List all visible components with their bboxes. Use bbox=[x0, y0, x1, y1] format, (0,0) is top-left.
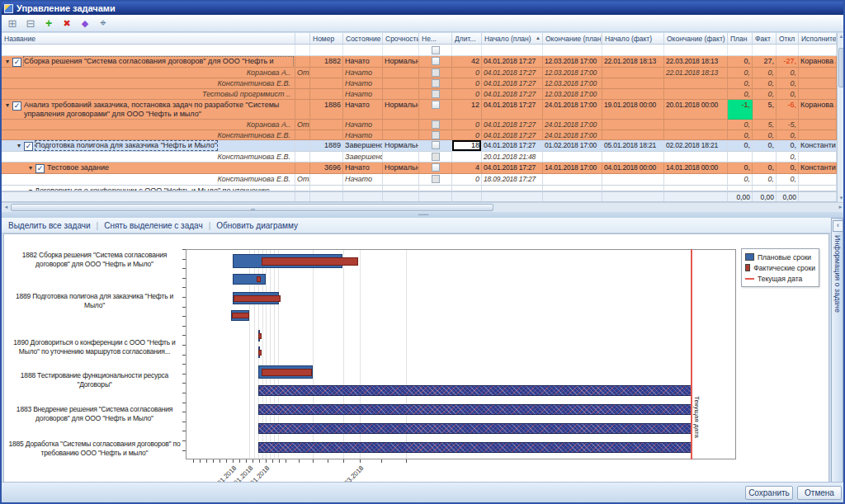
filter-cell-exec[interactable] bbox=[799, 45, 837, 55]
table-row[interactable]: ▾Договориться о конференции с ООО "Нефть… bbox=[2, 186, 837, 191]
column-header-urg[interactable]: Срочность bbox=[383, 33, 419, 44]
column-header-ne[interactable]: Не... bbox=[419, 33, 452, 44]
cell-otkl: 0, bbox=[777, 130, 799, 140]
not-done-checkbox[interactable] bbox=[432, 141, 440, 149]
not-done-checkbox[interactable] bbox=[432, 101, 440, 109]
delete-task-icon[interactable]: ✖ bbox=[59, 16, 75, 31]
not-done-checkbox[interactable] bbox=[432, 163, 440, 172]
filter-cell-sp[interactable] bbox=[482, 45, 543, 55]
task-info-collapsed-panel[interactable]: ‹ Информация о задаче bbox=[831, 218, 843, 483]
highlight-tasks-icon[interactable]: ◆ bbox=[77, 16, 93, 31]
cell-role bbox=[295, 130, 310, 140]
filter-checkbox[interactable] bbox=[432, 46, 440, 54]
column-header-sp[interactable]: Начало (план)▲ bbox=[482, 33, 543, 44]
filter-cell-state[interactable] bbox=[343, 45, 383, 55]
cell-name: ▾✓Сборка решения "Система согласования д… bbox=[2, 56, 295, 68]
task-checkbox[interactable]: ✓ bbox=[24, 142, 33, 151]
table-row[interactable]: Коранова А..ОтвНачато004.01.2018 17:2712… bbox=[2, 68, 837, 78]
collapse-all-icon[interactable]: ⊟ bbox=[22, 16, 39, 31]
column-header-exec[interactable]: Исполнители bbox=[799, 33, 837, 44]
cell-exec bbox=[799, 186, 837, 191]
column-header-dur[interactable]: Длит... bbox=[452, 33, 482, 44]
not-done-checkbox[interactable] bbox=[432, 175, 440, 183]
column-header-label: Факт bbox=[755, 35, 771, 43]
table-row[interactable]: ▾✓Подготовка полигона для заказчика "Неф… bbox=[2, 140, 837, 152]
not-done-checkbox[interactable] bbox=[432, 153, 440, 161]
column-header-otkl[interactable]: Откл bbox=[777, 33, 799, 44]
expand-arrow-icon[interactable]: ▾ bbox=[15, 141, 23, 151]
column-header-ep[interactable]: Окончание (план) bbox=[543, 33, 602, 44]
clear-selection-button[interactable]: Снять выделение с задач bbox=[104, 221, 202, 230]
not-done-checkbox[interactable] bbox=[432, 68, 440, 77]
table-row[interactable]: Константинова Е.В.Начато004.01.2018 17:2… bbox=[2, 78, 837, 89]
filter-cell-ne[interactable] bbox=[419, 45, 452, 55]
column-header-plan[interactable]: План bbox=[728, 33, 753, 44]
task-checkbox[interactable]: ✓ bbox=[12, 101, 21, 111]
table-row[interactable]: ▾✓Тестовое задание3696НачатоНормальная40… bbox=[2, 163, 837, 174]
collapse-chevron-icon[interactable]: ‹ bbox=[833, 220, 843, 232]
refresh-chart-button[interactable]: Обновить диаграмму bbox=[216, 221, 298, 230]
table-row[interactable]: Коранова А..ОтвНачато004.01.2018 17:2724… bbox=[2, 120, 837, 130]
table-row[interactable]: Константинова Е.В.Завершено20.01.2018 21… bbox=[2, 152, 837, 163]
table-row[interactable]: ▾✓Сборка решения "Система согласования д… bbox=[2, 56, 837, 68]
vertical-scrollbar-thumb[interactable] bbox=[838, 48, 844, 87]
not-done-checkbox[interactable] bbox=[432, 79, 440, 87]
panel-splitter[interactable]: •••••• bbox=[2, 212, 845, 218]
filter-cell-ef[interactable] bbox=[664, 45, 728, 55]
table-row[interactable]: Константинова Е.В.ОтвНачато018.09.2018 1… bbox=[2, 174, 837, 186]
column-header-ef[interactable]: Окончание (факт) bbox=[664, 33, 728, 44]
cell-sf: 05.01.2018 18:21 bbox=[602, 140, 664, 152]
select-all-tasks-button[interactable]: Выделить все задачи bbox=[8, 221, 91, 230]
filter-cell-sf[interactable] bbox=[602, 45, 664, 55]
not-done-checkbox[interactable] bbox=[432, 57, 440, 65]
cell-dur: 18 bbox=[452, 140, 482, 152]
vertical-scrollbar[interactable]: ▲ ▼ bbox=[837, 33, 845, 202]
scroll-up-icon[interactable]: ▲ bbox=[838, 33, 845, 40]
focus-task-icon[interactable]: ⌖ bbox=[95, 16, 111, 31]
filter-cell-otkl[interactable] bbox=[777, 45, 799, 55]
filter-cell-urg[interactable] bbox=[383, 45, 419, 55]
expand-arrow-icon[interactable]: ▾ bbox=[3, 101, 12, 111]
filter-cell-name[interactable] bbox=[2, 45, 295, 55]
cell-ep bbox=[543, 152, 602, 163]
not-done-checkbox[interactable] bbox=[432, 90, 440, 98]
filter-cell-fact[interactable] bbox=[753, 45, 777, 55]
expand-arrow-icon[interactable]: ▾ bbox=[26, 163, 35, 173]
not-done-checkbox[interactable] bbox=[432, 131, 440, 139]
cell-ep bbox=[543, 174, 602, 186]
cell-dur: 0 bbox=[452, 68, 482, 78]
column-header-state[interactable]: Состояние bbox=[343, 33, 383, 44]
table-row[interactable]: ▾✓Анализ требований заказчика, постановк… bbox=[2, 100, 837, 120]
filter-cell-num[interactable] bbox=[310, 45, 343, 55]
cell-role bbox=[295, 56, 310, 68]
horizontal-scrollbar-thumb[interactable]: ▪▪ bbox=[11, 204, 493, 211]
column-header-num[interactable]: Номер bbox=[310, 33, 343, 44]
task-checkbox[interactable]: ✓ bbox=[12, 58, 21, 67]
add-task-icon[interactable]: + bbox=[40, 16, 57, 31]
column-header-role[interactable] bbox=[295, 33, 310, 44]
save-button[interactable]: Сохранить bbox=[745, 486, 793, 500]
column-header-name[interactable]: Название bbox=[2, 33, 295, 44]
task-checkbox[interactable]: ✓ bbox=[35, 164, 45, 173]
scroll-down-icon[interactable]: ▼ bbox=[838, 195, 845, 202]
filter-cell-dur[interactable] bbox=[452, 45, 482, 55]
scroll-left-icon[interactable]: ◄ bbox=[2, 203, 11, 212]
cell-sf: 19.01.2018 00:00 bbox=[602, 100, 664, 120]
cell-plan: 0, bbox=[728, 78, 753, 89]
not-done-checkbox[interactable] bbox=[432, 120, 440, 129]
cell-name: ▾✓Анализ требований заказчика, постановк… bbox=[2, 100, 295, 120]
table-row[interactable]: Константинова Е.В.Начато004.01.2018 17:2… bbox=[2, 130, 837, 140]
filter-cell-role[interactable] bbox=[295, 45, 310, 55]
filter-cell-plan[interactable] bbox=[728, 45, 753, 55]
horizontal-scrollbar[interactable]: ◄ ▪▪ ► bbox=[2, 202, 845, 212]
filter-cell-ep[interactable] bbox=[543, 45, 602, 55]
cell-ef bbox=[664, 120, 728, 130]
column-header-fact[interactable]: Факт bbox=[753, 33, 777, 44]
scroll-right-icon[interactable]: ► bbox=[836, 203, 845, 212]
app-icon bbox=[4, 4, 13, 13]
cancel-button[interactable]: Отмена bbox=[797, 486, 842, 500]
expand-all-icon[interactable]: ⊞ bbox=[4, 16, 21, 31]
table-row[interactable]: Тестовый прогрммист ..Начато004.01.2018 … bbox=[2, 89, 837, 100]
column-header-sf[interactable]: Начало (факт) bbox=[602, 33, 664, 44]
expand-arrow-icon[interactable]: ▾ bbox=[3, 57, 12, 67]
